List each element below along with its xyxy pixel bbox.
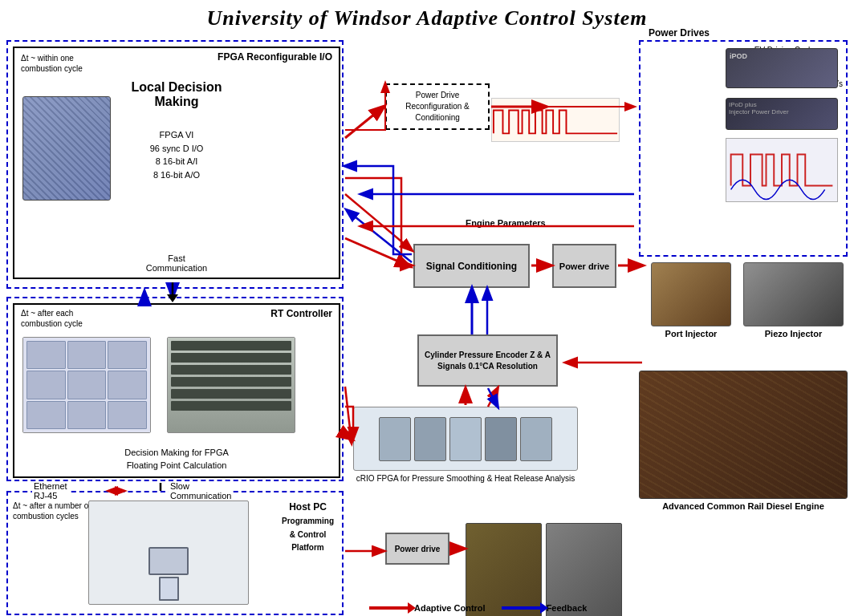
adaptive-control-label: Adaptive Control	[414, 603, 486, 613]
piezo-injector-image	[743, 262, 844, 326]
pc-tower-icon	[159, 577, 179, 601]
piezo-injector-area: Piezo Injector	[739, 262, 848, 338]
ipod-plus-image: IPoD plusInjector Power Driver	[726, 98, 838, 130]
rt-hardware-image	[167, 337, 295, 433]
injector-engine-image	[466, 523, 542, 616]
cylinder-pressure-box: Cylinder Pressure Encoder Z & A Signals …	[417, 334, 558, 387]
slow-comm-label: SlowCommunication	[169, 481, 233, 500]
crio-box	[353, 407, 578, 471]
rt-delta-label: Δt ~ after eachcombustion cycle	[21, 308, 83, 329]
piezo-injector-label: Piezo Injector	[739, 329, 848, 338]
fast-communication-label: FastCommunication	[146, 253, 207, 273]
fpga-board-image	[22, 96, 111, 201]
fpga-inner: Δt ~ within onecombustion cycle FPGA Rec…	[13, 47, 340, 279]
power-drive-box: Power drive	[552, 244, 616, 288]
port-injector-label: Port Injector	[647, 329, 735, 338]
signal-conditioning-label: Signal Conditioning	[426, 261, 517, 272]
svg-rect-0	[494, 99, 617, 141]
feedback-label: Feedback	[547, 603, 588, 613]
pwr-reconfig-label: Power Drive Reconfiguration & Conditioni…	[387, 90, 488, 124]
fpga-box: Δt ~ within onecombustion cycle FPGA Rec…	[6, 40, 344, 289]
svg-line-4	[345, 107, 384, 138]
adaptive-control-arrow	[369, 606, 409, 610]
power-drives-label: Power Drives	[649, 27, 710, 38]
rt-diagram-image	[22, 337, 151, 433]
rt-box: Δt ~ after eachcombustion cycle RT Contr…	[6, 297, 344, 481]
power-drive-reconfig-box: Power Drive Reconfiguration & Conditioni…	[385, 83, 490, 130]
power-drive-label: Power drive	[559, 261, 609, 271]
signal-waveform-image	[726, 138, 838, 202]
svg-line-1	[345, 238, 409, 266]
ipod-device-image: iPOD	[726, 48, 838, 88]
fpga-specs: FPGA VI96 sync D I/O8 16-bit A/I8 16-bit…	[150, 128, 204, 181]
svg-line-6	[345, 435, 352, 439]
port-injector-image	[651, 262, 731, 326]
host-delta-label: Δt ~ after a number ofcombustion cycles	[13, 500, 91, 521]
engine-parameters-label: Engine Parameters	[466, 218, 546, 228]
legend-area: Adaptive Control Feedback	[369, 603, 587, 613]
svg-line-14	[488, 388, 498, 407]
power-drive-bottom-box: Power drive	[385, 533, 449, 565]
feedback-arrow	[502, 606, 542, 610]
host-pc-box: Δt ~ after a number ofcombustion cycles …	[6, 491, 344, 615]
fpga-top-label: FPGA Reconfigurable I/O	[218, 51, 332, 63]
engine-label: Advanced Common Rail Diesel Engine	[639, 500, 848, 513]
page-title: University of Windsor Adaptive Control S…	[0, 0, 854, 34]
legend-feedback: Feedback	[502, 603, 588, 613]
svg-line-16	[345, 387, 352, 443]
host-pc-image	[88, 500, 249, 605]
port-injector-area: Port Injector	[647, 262, 735, 338]
signal-conditioning-box: Signal Conditioning	[413, 244, 530, 288]
cylinder-pressure-label: Cylinder Pressure Encoder Z & A Signals …	[419, 350, 556, 372]
crio-label: cRIO FPGA for Pressure Smoothing & Heat …	[353, 473, 578, 484]
host-pc-label: Host PCProgramming& ControlPlatform	[282, 500, 334, 554]
main-layout: Δt ~ within onecombustion cycle FPGA Rec…	[0, 34, 854, 616]
svg-line-11	[345, 194, 412, 250]
rt-inner: Δt ~ after eachcombustion cycle RT Contr…	[13, 303, 340, 478]
pwm-waveform-image	[491, 98, 620, 142]
ethernet-label: EthernetRJ-45	[32, 481, 69, 500]
power-drive2-label: Power drive	[395, 545, 441, 553]
fpga-delta-label: Δt ~ within onecombustion cycle	[21, 53, 83, 74]
svg-line-12	[347, 210, 412, 262]
legend-adaptive-control: Adaptive Control	[369, 603, 486, 613]
engine-image	[639, 371, 848, 499]
ev-driving-box: Power Drives EV Driving CycleReconfigura…	[639, 40, 848, 257]
rt-label: RT Controller	[270, 308, 332, 319]
local-decision-label: Local DecisionMaking	[132, 80, 222, 109]
rt-description: Decision Making for FPGAFloating Point C…	[14, 447, 339, 472]
svg-line-15	[488, 388, 498, 407]
monitor-icon	[148, 547, 189, 575]
fuel-injection-image	[546, 523, 622, 616]
